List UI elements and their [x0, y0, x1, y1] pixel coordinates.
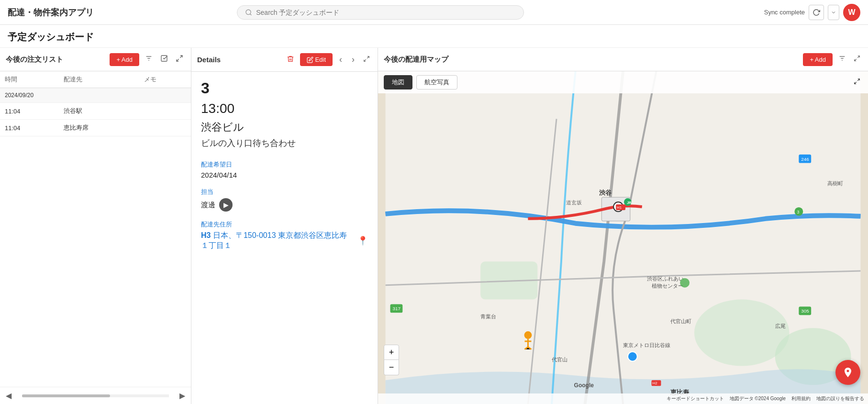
svg-point-19 [694, 300, 790, 366]
left-add-button[interactable]: + Add [110, 53, 139, 66]
cell-memo [139, 120, 191, 136]
address-tag: H3 [201, 231, 211, 239]
map-tab-satellite[interactable]: 航空写真 [416, 75, 457, 90]
cell-destination: 渋谷駅 [59, 103, 139, 120]
svg-text:渋谷: 渋谷 [599, 189, 612, 196]
svg-rect-5 [161, 56, 167, 61]
app-title: 配達・物件案内アプリ [8, 7, 113, 18]
detail-time: 13:00 [201, 101, 368, 116]
map-filter-icon[interactable] [836, 53, 848, 66]
address-label: 配達先住所 [201, 220, 368, 229]
details-body: 3 13:00 渋谷ビル ビルの入り口待ち合わせ 配達希望日 2024/04/1… [191, 72, 378, 404]
table-row[interactable]: 11:04渋谷駅 [0, 103, 191, 120]
cell-destination: 恵比寿席 [59, 120, 139, 136]
map-footer-terms: 利用規約 [791, 395, 811, 402]
svg-line-6 [180, 56, 182, 58]
main-content: 今後の注文リスト + Add 時間 配達先 メモ [0, 48, 868, 404]
details-panel-header: Details Edit ‹ › [191, 48, 378, 72]
table-row[interactable]: 11:04恵比寿席 [0, 120, 191, 136]
edit-button[interactable]: Edit [300, 53, 333, 66]
address-row: H3 日本、〒150-0013 東京都渋谷区恵比寿１丁目１ 📍 [201, 231, 368, 251]
scroll-left-btn[interactable]: ◀ [4, 389, 13, 402]
prev-detail-button[interactable]: ‹ [336, 53, 345, 67]
svg-text:305: 305 [801, 308, 809, 314]
sync-button[interactable] [809, 5, 824, 20]
address-section: 配達先住所 H3 日本、〒150-0013 東京都渋谷区恵比寿１丁目１ 📍 [201, 220, 368, 251]
svg-text:渋谷区ふれあい: 渋谷区ふれあい [647, 276, 684, 281]
location-fab-button[interactable] [835, 360, 860, 385]
col-destination: 配達先 [59, 71, 139, 88]
refresh-icon [812, 9, 820, 16]
map-panel-title: 今後の配達用マップ [384, 55, 799, 64]
map-tab-map[interactable]: 地図 [384, 75, 412, 90]
svg-text:H2: H2 [653, 381, 658, 385]
expand-map-icon[interactable] [852, 53, 862, 66]
cell-memo [139, 103, 191, 120]
map-footer-copyright: 地図データ ©2024 Google [730, 395, 786, 402]
map-container[interactable]: 地図 航空写真 [378, 71, 868, 404]
svg-line-15 [857, 79, 859, 81]
col-time: 時間 [0, 71, 59, 88]
svg-text:246: 246 [801, 157, 809, 162]
svg-line-14 [855, 59, 857, 61]
address-text: 日本、〒150-0013 東京都渋谷区恵比寿１丁目１ [201, 231, 347, 249]
scroll-track[interactable] [22, 394, 169, 397]
delete-button[interactable] [285, 53, 296, 67]
map-add-button[interactable]: + Add [803, 53, 833, 66]
svg-text:高樹町: 高樹町 [827, 180, 843, 186]
edit-label: Edit [315, 56, 326, 63]
svg-line-8 [367, 56, 369, 58]
page-header: 予定ダッシュボード [0, 25, 868, 48]
address-content: H3 日本、〒150-0013 東京都渋谷区恵比寿１丁目１ [201, 231, 354, 251]
svg-point-25 [628, 352, 637, 361]
svg-point-0 [246, 10, 251, 14]
search-input[interactable] [256, 9, 516, 16]
map-footer-keyboard: キーボードショートカット [667, 395, 724, 402]
details-panel: Details Edit ‹ › 3 13:00 渋谷ビル ビルの入り口待ち合わ… [191, 48, 378, 404]
zoom-out-button[interactable]: − [384, 360, 399, 375]
map-controls: + − [384, 345, 399, 375]
svg-text:H1: H1 [617, 205, 622, 210]
left-panel-title: 今後の注文リスト [6, 55, 106, 64]
expand-left-icon[interactable] [174, 53, 185, 66]
svg-line-1 [250, 13, 252, 15]
map-panel: 今後の配達用マップ + Add 地図 航空写真 [378, 48, 868, 404]
sync-dropdown-button[interactable] [828, 5, 839, 20]
left-panel-header: 今後の注文リスト + Add [0, 48, 191, 71]
next-detail-button[interactable]: › [349, 53, 357, 67]
svg-text:代官山町: 代官山町 [670, 318, 691, 324]
page-title: 予定ダッシュボード [8, 31, 94, 44]
delivery-date-section: 配達希望日 2024/04/14 [201, 160, 368, 179]
map-expand-top-btn[interactable] [852, 76, 862, 89]
map-footer-report: 地図の誤りを報告する [816, 395, 864, 402]
filter-icon[interactable] [143, 53, 155, 66]
svg-line-13 [857, 56, 859, 58]
search-icon [245, 9, 252, 16]
map-panel-header: 今後の配達用マップ + Add [378, 48, 868, 71]
scroll-thumb [22, 394, 110, 397]
svg-text:317: 317 [392, 306, 401, 311]
map-svg: JR H1 H2 317 246 305 [378, 71, 868, 404]
map-bottom-bar: キーボードショートカット 地図データ ©2024 Google 利用規約 地図の… [378, 393, 868, 404]
expand-middle-icon[interactable] [361, 54, 372, 66]
svg-line-7 [177, 59, 179, 61]
delivery-date-value: 2024/04/14 [201, 171, 368, 179]
google-logo: Google [574, 382, 594, 389]
chevron-down-icon [831, 10, 836, 15]
svg-text:JR: JR [627, 201, 632, 205]
svg-line-16 [855, 82, 857, 84]
details-title: Details [197, 56, 281, 64]
assignee-link-button[interactable]: ▶ [219, 198, 233, 212]
svg-text:東京メトロ日比谷線: 東京メトロ日比谷線 [623, 342, 670, 348]
scroll-right-btn[interactable]: ▶ [178, 389, 187, 402]
checkbox-icon[interactable] [158, 53, 170, 66]
search-bar [237, 5, 524, 20]
assignee-label: 担当 [201, 188, 368, 196]
order-table-wrapper: 時間 配達先 メモ 2024/09/2011:04渋谷駅11:04恵比寿席 [0, 71, 191, 387]
zoom-in-button[interactable]: + [384, 345, 399, 360]
detail-number: 3 [201, 79, 368, 97]
map-tab-bar: 地図 航空写真 [378, 71, 868, 93]
pin-icon[interactable]: 📍 [357, 236, 368, 246]
scroll-bar-row: ◀ ▶ [0, 387, 191, 404]
date-row: 2024/09/20 [0, 88, 191, 103]
